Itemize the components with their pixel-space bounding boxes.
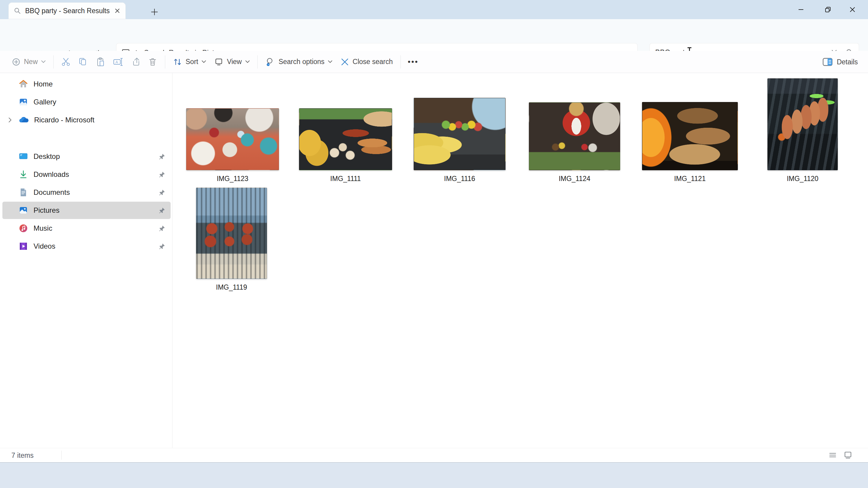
sidebar-item-label: Videos [33,242,170,251]
tab-title: BBQ party - Search Results in I [25,7,110,15]
thumbnail-view-toggle-icon[interactable] [843,451,852,460]
taskbar: 91°F Partly sunny Search T 1 PRE [0,462,868,488]
sort-button-label: Sort [186,58,198,66]
new-tab-button[interactable] [147,5,162,19]
sidebar-item-pictures[interactable]: Pictures [2,202,170,219]
file-name[interactable]: IMG_1120 [768,174,838,183]
sidebar-item-label: Gallery [33,98,170,106]
rename-button[interactable]: A [109,54,127,70]
minimize-button[interactable] [794,2,808,17]
file-thumbnail-IMG_1124[interactable] [529,102,620,170]
status-bar: 7 items [0,448,868,462]
sidebar-item-desktop[interactable]: Desktop [2,148,170,165]
pin-icon [159,243,165,250]
file-name[interactable]: IMG_1119 [196,283,267,292]
file-thumbnail-IMG_1119[interactable] [196,188,267,279]
details-pane-label: Details [837,58,858,66]
sidebar-item-videos[interactable]: Videos [2,237,170,255]
pin-icon [159,225,165,232]
file-name[interactable]: IMG_1116 [414,174,505,183]
explorer-tab[interactable]: BBQ party - Search Results in I [8,2,126,19]
close-search-label: Close search [352,58,393,66]
sidebar-item-label: Music [33,224,170,232]
sidebar-item-label: Desktop [33,152,170,161]
file-name[interactable]: IMG_1121 [642,174,738,183]
navigation-pane: Home Gallery Ricardo - Microsoft Desktop… [0,73,173,448]
item-count: 7 items [11,452,33,460]
copy-button[interactable] [74,54,92,70]
svg-text:A: A [116,60,118,64]
file-thumbnail-IMG_1116[interactable] [414,98,505,170]
file-thumbnail-IMG_1111[interactable] [299,108,392,170]
close-search-button[interactable]: Close search [336,54,397,70]
share-button[interactable] [127,54,144,70]
file-name[interactable]: IMG_1123 [186,174,279,183]
file-name[interactable]: IMG_1124 [529,174,620,183]
sidebar-item-music[interactable]: Music [2,220,170,237]
pin-icon [159,153,165,160]
sort-button[interactable]: Sort [169,54,210,70]
search-options-label: Search options [279,58,324,66]
status-separator [61,451,62,460]
command-bar: New A Sort View Search options Close sea… [0,51,868,73]
pin-icon [159,171,165,178]
more-options-label: ••• [408,57,418,66]
paste-button[interactable] [92,54,109,70]
new-button[interactable]: New [8,54,50,70]
sidebar-item-downloads[interactable]: Downloads [2,166,170,183]
sidebar-item-label: Documents [33,188,170,197]
file-thumbnail-IMG_1121[interactable] [642,102,738,170]
sidebar-item-label: Ricardo - Microsoft [34,116,170,124]
search-icon [14,7,21,14]
new-button-label: New [24,58,38,66]
sidebar-item-onedrive[interactable]: Ricardo - Microsoft [2,111,170,129]
more-options-button[interactable]: ••• [404,54,422,70]
sidebar-item-label: Downloads [33,170,170,178]
delete-button[interactable] [144,54,161,70]
pin-icon [159,189,165,196]
title-bar: BBQ party - Search Results in I [0,0,868,19]
list-view-toggle-icon[interactable] [829,451,837,460]
cut-button[interactable] [57,54,74,70]
sidebar-item-home[interactable]: Home [2,75,170,93]
pin-icon [159,207,165,214]
sidebar-item-gallery[interactable]: Gallery [2,93,170,111]
sidebar-item-documents[interactable]: Documents [2,184,170,201]
file-thumbnail-IMG_1120[interactable] [768,78,838,170]
close-button[interactable] [845,2,860,17]
sidebar-item-label: Pictures [33,206,170,215]
sidebar-item-label: Home [33,80,170,88]
details-pane-button[interactable]: Details [823,54,858,70]
view-button[interactable]: View [210,54,253,70]
view-button-label: View [227,58,242,66]
address-row: Search Results in Pictures BBQ party [0,19,868,51]
search-options-button[interactable]: Search options [261,54,336,70]
file-thumbnail-IMG_1123[interactable] [186,108,279,170]
restore-button[interactable] [821,2,835,17]
file-name[interactable]: IMG_1111 [299,174,392,183]
tab-close-icon[interactable] [114,8,120,14]
expand-chevron-icon[interactable] [8,117,12,123]
file-list: IMG_1123 IMG_1111 IMG_1116 IMG_1124 IMG_… [173,73,868,448]
